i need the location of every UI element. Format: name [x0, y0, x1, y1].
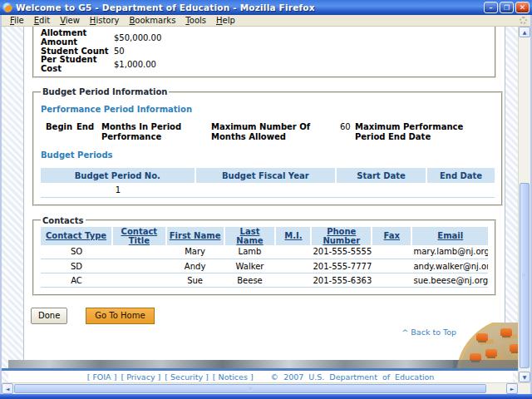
col-first-name[interactable]: First Name	[166, 227, 224, 245]
footer-link-privacy[interactable]: [ Privacy ]	[121, 372, 160, 382]
footer-links-row: [ FOIA ] [ Privacy ] [ Security ] [ Noti…	[8, 371, 513, 382]
vertical-scroll-track[interactable]	[519, 37, 530, 372]
email-cell: andy.walker@nj.org	[411, 259, 488, 273]
contacts-legend: Contacts	[41, 216, 86, 225]
menu-view[interactable]: View	[55, 16, 85, 25]
budget-period-no-cell: 1	[41, 183, 195, 197]
back-to-top-link[interactable]: ^ Back to Top	[401, 328, 456, 337]
fax-cell	[372, 273, 411, 288]
per-student-cost-value: $1,000.00	[114, 60, 156, 69]
window-bottom-border	[0, 394, 532, 399]
budget-period-fieldset: Budget Period Information Performance Pe…	[32, 87, 503, 206]
go-to-home-button[interactable]: Go To Home	[86, 308, 154, 324]
months-in-period-label: Months In Period Performance	[101, 122, 211, 142]
contact-row: SO Mary Lamb 201-555-5555 mary.lamb@nj.o…	[41, 245, 488, 259]
start-date-cell	[336, 183, 426, 197]
title-bar: Welcome to G5 - Department of Education …	[0, 0, 532, 15]
contact-row: AC Sue Beese 201-555-6363 sue.beese@nj.o…	[41, 273, 488, 288]
scroll-up-button[interactable]: ▲	[519, 27, 530, 37]
maximize-button[interactable]: ❐	[500, 2, 514, 13]
budget-periods-heading: Budget Periods	[41, 150, 495, 160]
col-start-date: Start Date	[336, 168, 426, 183]
scrollbar-corner	[518, 383, 530, 394]
footer-photo-strip	[8, 360, 518, 368]
last-name-cell: Walker	[224, 259, 276, 273]
fax-cell	[372, 245, 411, 259]
budget-periods-header-row: Budget Period No. Budget Fiscal Year Sta…	[41, 168, 495, 183]
contact-row: SD Andy Walker 201-555-7777 andy.walker@…	[41, 259, 488, 273]
contacts-header-row: Contact Type Contact Title First Name La…	[41, 227, 488, 245]
fax-cell	[372, 259, 411, 273]
end-date-cell	[426, 183, 495, 197]
horizontal-scroll-track[interactable]	[13, 383, 506, 394]
classroom-photo-decoration	[453, 323, 518, 368]
budget-periods-table: Budget Period No. Budget Fiscal Year Sta…	[41, 168, 495, 198]
menu-bar: File Edit View History Bookmarks Tools H…	[0, 15, 532, 27]
done-button[interactable]: Done	[31, 308, 67, 324]
scroll-right-button[interactable]: ►	[506, 383, 518, 394]
footer-link-foia[interactable]: [ FOIA ]	[87, 372, 117, 382]
col-phone-number[interactable]: Phone Number	[311, 227, 372, 245]
col-fax[interactable]: Fax	[372, 227, 411, 245]
first-name-cell: Andy	[166, 259, 224, 273]
scroll-down-button[interactable]: ▼	[519, 372, 530, 382]
allotment-amount-label: Allotment Amount	[41, 28, 114, 47]
menu-help[interactable]: Help	[211, 16, 240, 25]
last-name-cell: Lamb	[224, 245, 276, 259]
scroll-left-button[interactable]: ◄	[2, 383, 13, 394]
allotment-amount-row: Allotment Amount $50,000.00	[41, 31, 488, 44]
begin-label: Begin	[46, 122, 76, 142]
col-mi[interactable]: M.I.	[275, 227, 311, 245]
browser-window: Welcome to G5 - Department of Education …	[0, 0, 532, 399]
col-budget-fiscal-year: Budget Fiscal Year	[195, 168, 336, 183]
contact-title-cell	[112, 259, 166, 273]
vertical-scroll-thumb[interactable]	[520, 183, 530, 368]
contact-type-cell: AC	[41, 273, 112, 288]
minimize-button[interactable]: –	[484, 2, 498, 13]
per-student-cost-row: Per Student Cost $1,000.00	[41, 57, 488, 71]
footer-blue-rule	[2, 368, 518, 371]
budget-fiscal-year-cell	[195, 183, 336, 197]
col-end-date: End Date	[426, 168, 495, 183]
vertical-scrollbar[interactable]: ▲ ▼	[518, 27, 530, 382]
mi-cell	[275, 259, 311, 273]
first-name-cell: Sue	[166, 273, 224, 288]
max-months-label: Maximum Number Of Months Allowed	[211, 122, 340, 142]
performance-period-heading: Performance Period Information	[41, 105, 495, 114]
footer-link-notices[interactable]: [ Notices ]	[213, 372, 254, 382]
email-cell: sue.beese@nj.org	[411, 273, 488, 288]
col-email[interactable]: Email	[411, 227, 488, 245]
col-contact-type[interactable]: Contact Type	[41, 227, 112, 245]
contact-type-cell: SO	[41, 245, 112, 259]
menu-history[interactable]: History	[85, 16, 125, 25]
col-budget-period-no: Budget Period No.	[41, 168, 195, 183]
student-count-label: Student Count	[41, 47, 114, 56]
content-panel: Allotment Amount $50,000.00 Student Coun…	[23, 27, 505, 360]
close-button[interactable]: ✕	[515, 2, 530, 13]
contacts-table: Contact Type Contact Title First Name La…	[41, 227, 488, 288]
col-contact-title[interactable]: Contact Title	[112, 227, 166, 245]
phone-cell: 201-555-7777	[311, 259, 372, 273]
mi-cell	[275, 245, 311, 259]
firefox-icon	[2, 2, 12, 12]
phone-cell: 201-555-5555	[311, 245, 372, 259]
page-viewport: Allotment Amount $50,000.00 Student Coun…	[2, 27, 518, 382]
menu-bookmarks[interactable]: Bookmarks	[124, 16, 180, 25]
budget-period-legend: Budget Period Information	[41, 87, 169, 96]
menu-tools[interactable]: Tools	[180, 16, 211, 25]
performance-fields-row: Begin End Months In Period Performance M…	[46, 122, 495, 142]
contacts-fieldset: Contacts Contact Type Contact Title Firs…	[32, 216, 496, 297]
action-buttons-row: Done Go To Home	[31, 308, 500, 324]
menu-file[interactable]: File	[5, 16, 29, 25]
max-months-value: 60	[340, 122, 353, 142]
footer-link-security[interactable]: [ Security ]	[165, 372, 209, 382]
horizontal-scrollbar[interactable]: ◄ ►	[0, 382, 532, 394]
mi-cell	[275, 273, 311, 288]
end-label: End	[76, 122, 101, 142]
col-last-name[interactable]: Last Name	[224, 227, 276, 245]
per-student-cost-label: Per Student Cost	[41, 55, 114, 73]
menu-edit[interactable]: Edit	[29, 16, 55, 25]
contact-type-cell: SD	[41, 259, 112, 273]
strip-overlay	[453, 360, 518, 368]
horizontal-scroll-thumb[interactable]	[14, 384, 486, 393]
